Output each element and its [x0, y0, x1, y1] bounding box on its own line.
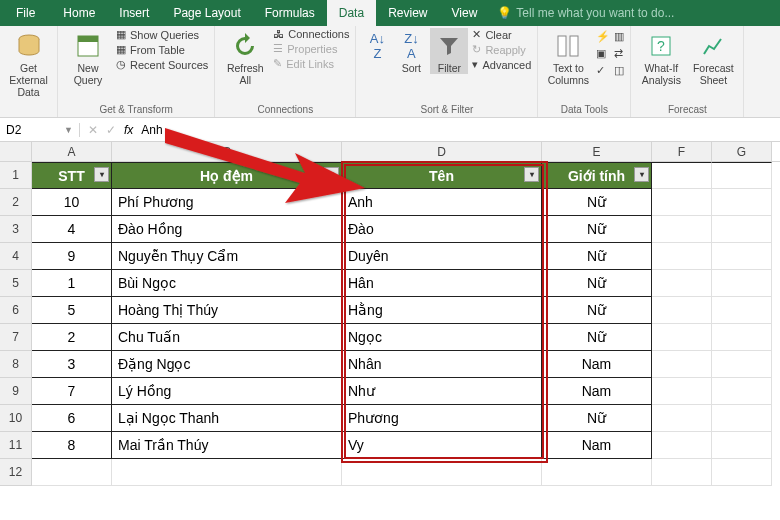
refresh-all-button[interactable]: Refresh All	[221, 28, 269, 86]
cell[interactable]	[542, 459, 652, 486]
cell-hodem[interactable]: Chu Tuấn	[112, 324, 342, 351]
cell-stt[interactable]: 10	[32, 189, 112, 216]
cell[interactable]	[342, 459, 542, 486]
cell[interactable]	[712, 297, 772, 324]
hdr-stt[interactable]: STT▾	[32, 162, 112, 189]
cell-stt[interactable]: 4	[32, 216, 112, 243]
cell-ten[interactable]: Duyên	[342, 243, 542, 270]
get-external-data-button[interactable]: Get External Data	[6, 28, 51, 98]
cell-hodem[interactable]: Nguyễn Thụy Cẩm	[112, 243, 342, 270]
cell-ten[interactable]: Nhân	[342, 351, 542, 378]
cell-stt[interactable]: 1	[32, 270, 112, 297]
cell[interactable]	[712, 405, 772, 432]
forecast-button[interactable]: Forecast Sheet	[689, 28, 737, 86]
col-A[interactable]: A	[32, 142, 112, 161]
select-all-corner[interactable]	[0, 142, 32, 161]
tell-me-search[interactable]: 💡 Tell me what you want to do...	[497, 0, 674, 26]
cell-gioitinh[interactable]: Nữ	[542, 270, 652, 297]
cell[interactable]	[712, 378, 772, 405]
tab-file[interactable]: File	[0, 0, 51, 26]
cell-ten[interactable]: Hằng	[342, 297, 542, 324]
row-header[interactable]: 10	[0, 405, 32, 432]
data-valid-button[interactable]: ✓	[596, 64, 610, 77]
cell[interactable]	[112, 459, 342, 486]
cell[interactable]	[712, 162, 772, 189]
cell[interactable]	[652, 189, 712, 216]
cell-stt[interactable]: 5	[32, 297, 112, 324]
cell-stt[interactable]: 8	[32, 432, 112, 459]
advanced-button[interactable]: ▾Advanced	[472, 58, 531, 71]
cell-gioitinh[interactable]: Nam	[542, 351, 652, 378]
cell[interactable]	[652, 378, 712, 405]
recent-sources-button[interactable]: ◷Recent Sources	[116, 58, 208, 71]
filter-dropdown-icon[interactable]: ▾	[634, 167, 649, 182]
cell[interactable]	[32, 459, 112, 486]
cell[interactable]	[652, 297, 712, 324]
new-query-button[interactable]: New Query	[64, 28, 112, 86]
cell-hodem[interactable]: Lý Hồng	[112, 378, 342, 405]
cell-hodem[interactable]: Đào Hồng	[112, 216, 342, 243]
fx-icon[interactable]: fx	[124, 123, 133, 137]
tab-formulas[interactable]: Formulas	[253, 0, 327, 26]
enter-icon[interactable]: ✓	[106, 123, 116, 137]
cell[interactable]	[652, 432, 712, 459]
col-C[interactable]: C	[112, 142, 342, 161]
row-header[interactable]: 7	[0, 324, 32, 351]
row-header[interactable]: 9	[0, 378, 32, 405]
formula-content[interactable]: Anh	[141, 123, 162, 137]
cell-stt[interactable]: 3	[32, 351, 112, 378]
col-F[interactable]: F	[652, 142, 712, 161]
cell-ten[interactable]: Hân	[342, 270, 542, 297]
row-header[interactable]: 4	[0, 243, 32, 270]
cell[interactable]	[652, 243, 712, 270]
cell-hodem[interactable]: Lại Ngọc Thanh	[112, 405, 342, 432]
cell-stt[interactable]: 6	[32, 405, 112, 432]
cell[interactable]	[652, 162, 712, 189]
cell[interactable]	[652, 459, 712, 486]
cell[interactable]	[712, 189, 772, 216]
row-header[interactable]: 5	[0, 270, 32, 297]
cell[interactable]	[712, 432, 772, 459]
cell-ten[interactable]: Phương	[342, 405, 542, 432]
cell-hodem[interactable]: Phí Phương	[112, 189, 342, 216]
tab-home[interactable]: Home	[51, 0, 107, 26]
datamodel-button[interactable]: ◫	[614, 64, 624, 77]
cell-gioitinh[interactable]: Nữ	[542, 189, 652, 216]
row-header[interactable]: 3	[0, 216, 32, 243]
consolidate-button[interactable]: ▥	[614, 30, 624, 43]
tab-insert[interactable]: Insert	[107, 0, 161, 26]
cell-gioitinh[interactable]: Nữ	[542, 216, 652, 243]
tab-page-layout[interactable]: Page Layout	[161, 0, 252, 26]
cell[interactable]	[712, 216, 772, 243]
cell-gioitinh[interactable]: Nữ	[542, 297, 652, 324]
filter-dropdown-icon[interactable]: ▾	[324, 167, 339, 182]
cell-ten[interactable]: Đào	[342, 216, 542, 243]
sort-az-button[interactable]: A↓Z	[362, 28, 392, 62]
connections-button[interactable]: 🖧Connections	[273, 28, 349, 40]
row-header[interactable]: 1	[0, 162, 32, 189]
cell-ten[interactable]: Anh	[342, 189, 542, 216]
tab-review[interactable]: Review	[376, 0, 439, 26]
filter-dropdown-icon[interactable]: ▾	[524, 167, 539, 182]
name-box[interactable]: D2▼	[0, 123, 80, 137]
cell-stt[interactable]: 7	[32, 378, 112, 405]
cell[interactable]	[652, 351, 712, 378]
cell-gioitinh[interactable]: Nam	[542, 432, 652, 459]
text-to-columns-button[interactable]: Text to Columns	[544, 28, 592, 86]
cell-ten[interactable]: Vy	[342, 432, 542, 459]
row-header[interactable]: 6	[0, 297, 32, 324]
cell-gioitinh[interactable]: Nam	[542, 378, 652, 405]
cell-gioitinh[interactable]: Nữ	[542, 405, 652, 432]
hdr-ten[interactable]: Tên▾	[342, 162, 542, 189]
cell-ten[interactable]: Ngọc	[342, 324, 542, 351]
cell[interactable]	[652, 270, 712, 297]
clear-button[interactable]: ✕Clear	[472, 28, 531, 41]
from-table-button[interactable]: ▦From Table	[116, 43, 208, 56]
cell[interactable]	[652, 405, 712, 432]
row-header[interactable]: 2	[0, 189, 32, 216]
cell-hodem[interactable]: Hoàng Thị Thúy	[112, 297, 342, 324]
cell-hodem[interactable]: Bùi Ngọc	[112, 270, 342, 297]
filter-dropdown-icon[interactable]: ▾	[94, 167, 109, 182]
cell-gioitinh[interactable]: Nữ	[542, 324, 652, 351]
filter-button[interactable]: Filter	[430, 28, 468, 74]
